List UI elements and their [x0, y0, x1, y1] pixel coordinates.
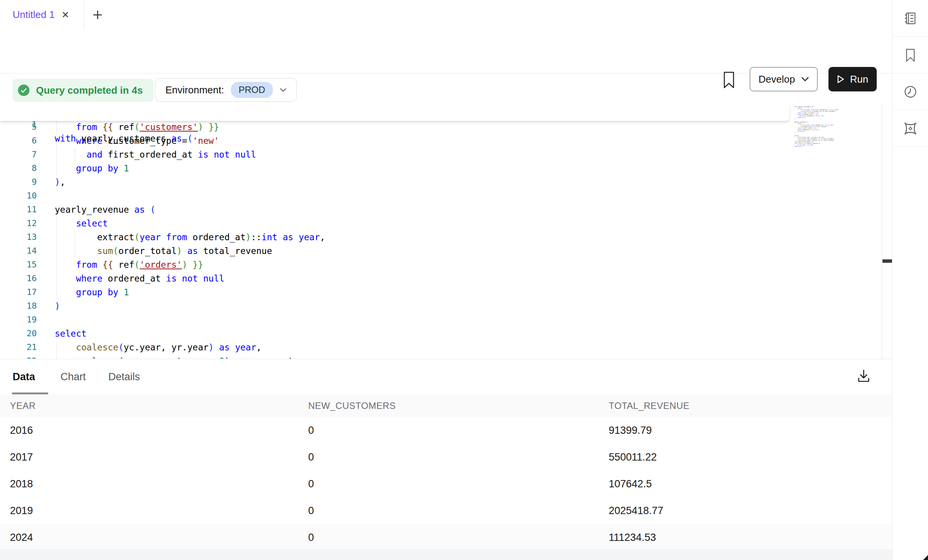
table-header: YEARNEW_CUSTOMERSTOTAL_REVENUE	[0, 394, 892, 417]
code-line[interactable]: 19	[0, 313, 882, 327]
table-scrollbar-track[interactable]	[0, 549, 892, 560]
rail-item-notebook[interactable]	[892, 0, 928, 37]
environment-select[interactable]: Environment: PROD	[155, 78, 297, 102]
download-button[interactable]	[856, 368, 873, 385]
toolbar: Develop Run	[0, 29, 892, 73]
table-cell: 2016	[10, 417, 33, 444]
code-text: and first_ordered_at is not null	[55, 148, 256, 161]
results-tab-details[interactable]: Details	[108, 359, 140, 394]
line-number: 22	[0, 354, 37, 359]
rail-item-copilot[interactable]	[892, 110, 928, 147]
minimap[interactable]: with yearly_customers as ( select extrac…	[794, 106, 845, 149]
scrollbar-handle[interactable]	[882, 259, 892, 263]
table-cell: 0	[308, 497, 314, 524]
code-text: coalesce(yc.year, yr.year) as year,	[55, 340, 261, 354]
check-icon	[18, 85, 29, 96]
table-row[interactable]: 20240111234.53	[0, 524, 892, 551]
code-text: group by 1	[55, 285, 129, 299]
query-status-text: Query completed in 4s	[36, 85, 143, 96]
results-tab-chart[interactable]: Chart	[60, 359, 86, 394]
code-line[interactable]: 11yearly_revenue as (	[0, 203, 882, 217]
code-line[interactable]: 18)	[0, 299, 882, 313]
plus-icon	[92, 9, 103, 21]
run-label: Run	[850, 73, 868, 85]
line-number: 21	[0, 340, 37, 354]
code-line[interactable]: 21 coalesce(yc.year, yr.year) as year,	[0, 340, 882, 354]
resize-grip[interactable]	[923, 555, 928, 560]
table-cell: 2025418.77	[609, 497, 663, 524]
play-icon	[837, 75, 845, 84]
line-number: 11	[0, 203, 37, 217]
column-header: YEAR	[10, 394, 36, 417]
chevron-down-icon	[280, 88, 286, 92]
table-cell: 0	[308, 524, 314, 551]
results-tab-data[interactable]: Data	[13, 359, 35, 394]
editor-scrollbar-gutter	[882, 104, 892, 359]
new-tab-button[interactable]	[91, 8, 104, 21]
table-row[interactable]: 201902025418.77	[0, 497, 892, 524]
history-clock-icon	[902, 84, 918, 100]
code-text: yearly_revenue as (	[55, 203, 155, 217]
table-cell: 2019	[10, 497, 33, 524]
code-text: coalesce(yc.new_customers, 0) as new_cus…	[55, 354, 325, 359]
code-line[interactable]: 9),	[0, 175, 882, 189]
line-number: 20	[0, 327, 37, 340]
develop-label: Develop	[758, 73, 795, 85]
line-number: 19	[0, 313, 37, 327]
download-icon	[856, 368, 871, 384]
sql-editor[interactable]: 5 from {{ ref('customers') }}6 where cus…	[0, 104, 882, 359]
sticky-line[interactable]: 1 with yearly_customers as (	[0, 104, 789, 121]
chevron-down-icon	[801, 77, 809, 82]
bookmark-icon	[902, 47, 918, 63]
bookmark-button[interactable]	[721, 71, 737, 89]
code-line[interactable]: 20select	[0, 327, 882, 340]
table-cell: 111234.53	[609, 524, 656, 551]
bookmark-icon	[721, 71, 737, 89]
develop-dropdown[interactable]: Develop	[750, 67, 818, 91]
code-text: select	[55, 217, 108, 230]
run-button[interactable]: Run	[828, 67, 877, 91]
code-line[interactable]: 14 sum(order_total) as total_revenue	[0, 244, 882, 258]
main-column: Untitled 1 ✕ Develop	[0, 0, 892, 560]
tab-untitled-1[interactable]: Untitled 1 ✕	[0, 0, 84, 29]
code-line[interactable]: 16 where ordered_at is not null	[0, 272, 882, 285]
code-line[interactable]: 22 coalesce(yc.new_customers, 0) as new_…	[0, 354, 882, 359]
ide-app: Untitled 1 ✕ Develop	[0, 0, 928, 560]
right-rail	[892, 0, 928, 560]
table-row[interactable]: 2016091399.79	[0, 417, 892, 444]
code-text: ),	[55, 175, 65, 189]
table-cell: 91399.79	[609, 417, 652, 444]
line-number: 12	[0, 217, 37, 230]
table-row[interactable]: 20170550011.22	[0, 444, 892, 471]
code-line[interactable]: 10	[0, 189, 882, 203]
code-text: sum(order_total) as total_revenue	[55, 244, 272, 258]
rail-item-bookmarks[interactable]	[892, 37, 928, 73]
code-text: )	[55, 299, 60, 313]
code-line[interactable]: 13 extract(year from ordered_at)::int as…	[0, 230, 882, 244]
line-number: 17	[0, 285, 37, 299]
code-line[interactable]: 7 and first_ordered_at is not null	[0, 148, 882, 161]
line-number: 13	[0, 230, 37, 244]
environment-value-chip: PROD	[231, 82, 273, 98]
code-line[interactable]: 17 group by 1	[0, 285, 882, 299]
rail-item-history[interactable]	[892, 73, 928, 110]
table-cell: 0	[308, 417, 314, 444]
table-cell: 0	[308, 444, 314, 470]
results-tabs: DataChartDetails	[0, 359, 892, 394]
code-line[interactable]: 15 from {{ ref('orders') }}	[0, 258, 882, 272]
tab-label: Untitled 1	[13, 9, 55, 21]
table-cell: 107642.5	[609, 470, 652, 497]
notebook-icon	[902, 10, 918, 26]
copilot-star-icon	[902, 120, 919, 137]
close-icon[interactable]: ✕	[62, 10, 69, 20]
column-header: TOTAL_REVENUE	[609, 394, 689, 417]
line-number: 8	[0, 161, 37, 175]
code-text: from {{ ref('orders') }}	[55, 258, 203, 272]
code-line[interactable]: 12 select	[0, 217, 882, 230]
code-line[interactable]: 8 group by 1	[0, 161, 882, 175]
line-number: 14	[0, 244, 37, 258]
table-cell: 2017	[10, 444, 33, 470]
code-text: extract(year from ordered_at)::int as ye…	[55, 230, 325, 244]
column-header: NEW_CUSTOMERS	[308, 394, 396, 417]
table-row[interactable]: 20180107642.5	[0, 470, 892, 498]
